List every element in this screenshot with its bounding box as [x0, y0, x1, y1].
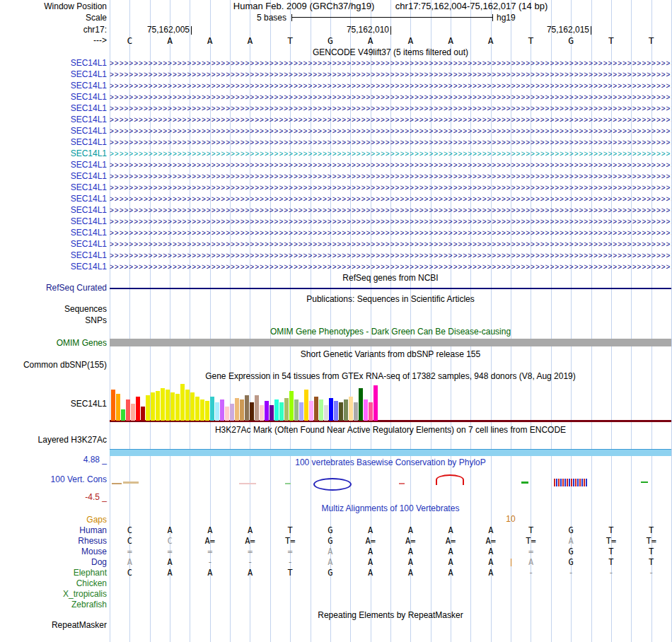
alignment-base: C [167, 536, 172, 546]
ruler-base: A [248, 35, 253, 46]
h3k27ac-track-label[interactable]: Layered H3K27Ac [0, 435, 107, 445]
gtex-bar [185, 390, 190, 421]
gene-label[interactable]: SEC14L1 [0, 58, 107, 68]
gene-label[interactable]: SEC14L1 [0, 115, 107, 124]
conservation-mark [641, 482, 648, 483]
gene-label[interactable]: SEC14L1 [0, 171, 107, 181]
gene-label[interactable]: SEC14L1 [0, 250, 107, 260]
gtex-bar [131, 404, 135, 421]
gene-label[interactable]: SEC14L1 [0, 69, 107, 79]
gtex-bar [235, 398, 239, 421]
alignment-base: C [127, 568, 132, 578]
ruler-base: T [608, 35, 614, 46]
refseq-gene-line[interactable] [110, 288, 671, 289]
species-label[interactable]: Dog [0, 557, 107, 567]
ruler-base: A [407, 35, 413, 46]
alignment-base: A [528, 557, 533, 567]
gene-transcript-row[interactable]: >>>>>>>>>>>>>>>>>>>>>>>>>>>>>>>>>>>>>>>>… [110, 251, 671, 261]
snps-track-label[interactable]: SNPs [0, 315, 107, 325]
gene-label[interactable]: SEC14L1 [0, 92, 107, 102]
gene-transcript-row[interactable]: >>>>>>>>>>>>>>>>>>>>>>>>>>>>>>>>>>>>>>>>… [110, 206, 671, 216]
gene-transcript-row[interactable]: >>>>>>>>>>>>>>>>>>>>>>>>>>>>>>>>>>>>>>>>… [110, 70, 671, 80]
alignment-base: A [248, 568, 253, 578]
species-label[interactable]: Chicken [0, 578, 107, 588]
gtex-bar [210, 397, 214, 421]
gene-transcript-row[interactable]: >>>>>>>>>>>>>>>>>>>>>>>>>>>>>>>>>>>>>>>>… [110, 172, 671, 182]
alignment-base: A [408, 525, 413, 535]
gene-label[interactable]: SEC14L1 [0, 137, 107, 147]
gene-transcript-row[interactable]: >>>>>>>>>>>>>>>>>>>>>>>>>>>>>>>>>>>>>>>>… [110, 127, 671, 136]
gene-label[interactable]: SEC14L1 [0, 228, 107, 238]
gene-transcript-row[interactable]: >>>>>>>>>>>>>>>>>>>>>>>>>>>>>>>>>>>>>>>>… [110, 138, 671, 148]
sequences-track-label[interactable]: Sequences [0, 304, 107, 314]
ruler-base: T [528, 35, 534, 46]
species-label[interactable]: Elephant [0, 568, 107, 578]
alignment-base: A= [245, 536, 255, 546]
gene-label[interactable]: SEC14L1 [0, 126, 107, 136]
species-label[interactable]: Rhesus [0, 536, 107, 546]
ruler-base: C [127, 35, 132, 46]
alignment-base: - [569, 568, 574, 578]
conservation-track-label[interactable]: 100 Vert. Cons [0, 474, 107, 484]
alignment-base: G [328, 536, 332, 546]
gene-transcript-row[interactable]: >>>>>>>>>>>>>>>>>>>>>>>>>>>>>>>>>>>>>>>>… [110, 160, 671, 170]
species-label[interactable]: Gaps [0, 515, 107, 525]
alignment-base: A [127, 557, 132, 567]
gene-transcript-row[interactable]: >>>>>>>>>>>>>>>>>>>>>>>>>>>>>>>>>>>>>>>>… [110, 262, 671, 272]
gene-label[interactable]: SEC14L1 [0, 81, 107, 91]
gene-transcript-row[interactable]: >>>>>>>>>>>>>>>>>>>>>>>>>>>>>>>>>>>>>>>>… [110, 183, 671, 193]
gene-label[interactable]: SEC14L1 [0, 103, 107, 113]
gene-transcript-row[interactable]: >>>>>>>>>>>>>>>>>>>>>>>>>>>>>>>>>>>>>>>>… [110, 104, 671, 114]
gtex-bar [314, 397, 318, 421]
species-label[interactable]: Zebrafish [0, 600, 107, 609]
gene-transcript-row[interactable]: >>>>>>>>>>>>>>>>>>>>>>>>>>>>>>>>>>>>>>>>… [110, 217, 671, 227]
window-position-label: Window Position [0, 1, 107, 11]
gene-transcript-row[interactable]: >>>>>>>>>>>>>>>>>>>>>>>>>>>>>>>>>>>>>>>>… [110, 59, 671, 69]
gene-transcript-row[interactable]: >>>>>>>>>>>>>>>>>>>>>>>>>>>>>>>>>>>>>>>>… [110, 149, 671, 159]
alignment-base: A [368, 525, 373, 535]
alignment-base: - [288, 557, 293, 567]
gene-label[interactable]: SEC14L1 [0, 160, 107, 170]
gene-transcript-row[interactable]: >>>>>>>>>>>>>>>>>>>>>>>>>>>>>>>>>>>>>>>>… [110, 194, 671, 204]
gtex-bar [294, 399, 299, 421]
species-label[interactable]: X_tropicalis [0, 589, 107, 599]
gene-label[interactable]: SEC14L1 [0, 194, 107, 204]
assembly-text: Human Feb. 2009 (GRCh37/hg19) [233, 1, 374, 11]
species-label[interactable]: Mouse [0, 547, 107, 556]
gtex-gene-label[interactable]: SEC14L1 [0, 399, 107, 409]
coordinate-tick [191, 26, 192, 35]
alignment-base: A [167, 568, 172, 578]
gene-transcript-row[interactable]: >>>>>>>>>>>>>>>>>>>>>>>>>>>>>>>>>>>>>>>>… [110, 115, 671, 125]
alignment-base: A [448, 525, 453, 535]
conservation-mark [112, 483, 122, 484]
alignment-base: - [248, 557, 253, 567]
alignment-base: C [127, 525, 132, 535]
alignment-base: A [448, 568, 453, 578]
gtex-bar [180, 384, 185, 421]
refseq-curated-label[interactable]: RefSeq Curated [0, 283, 107, 293]
gene-transcript-row[interactable]: >>>>>>>>>>>>>>>>>>>>>>>>>>>>>>>>>>>>>>>>… [110, 240, 671, 250]
repeatmasker-track-label[interactable]: RepeatMasker [0, 620, 107, 630]
gene-label[interactable]: SEC14L1 [0, 182, 107, 192]
alignment-base: A= [405, 536, 415, 546]
gene-transcript-row[interactable]: >>>>>>>>>>>>>>>>>>>>>>>>>>>>>>>>>>>>>>>>… [110, 228, 671, 238]
gene-label[interactable]: SEC14L1 [0, 262, 107, 272]
gene-label[interactable]: SEC14L1 [0, 148, 107, 158]
gene-transcript-row[interactable]: >>>>>>>>>>>>>>>>>>>>>>>>>>>>>>>>>>>>>>>>… [110, 81, 671, 91]
alignment-base: A= [365, 536, 375, 546]
omim-genes-label[interactable]: OMIM Genes [0, 338, 107, 348]
species-label[interactable]: Human [0, 525, 107, 535]
alignment-base: T= [285, 536, 295, 546]
gtex-bar [359, 388, 363, 421]
dbsnp-track-label[interactable]: Common dbSNP(155) [0, 360, 107, 370]
gtex-bar [156, 391, 160, 421]
coordinate-tick [591, 26, 591, 35]
gene-label[interactable]: SEC14L1 [0, 205, 107, 215]
conservation-min-value: -4.5 _ [0, 492, 107, 502]
gene-label[interactable]: SEC14L1 [0, 239, 107, 249]
omim-gene-bar[interactable] [110, 339, 671, 346]
ruler-base: A [167, 35, 173, 46]
gene-transcript-row[interactable]: >>>>>>>>>>>>>>>>>>>>>>>>>>>>>>>>>>>>>>>>… [110, 93, 671, 103]
gene-label[interactable]: SEC14L1 [0, 216, 107, 226]
alignment-base: T [288, 568, 293, 578]
